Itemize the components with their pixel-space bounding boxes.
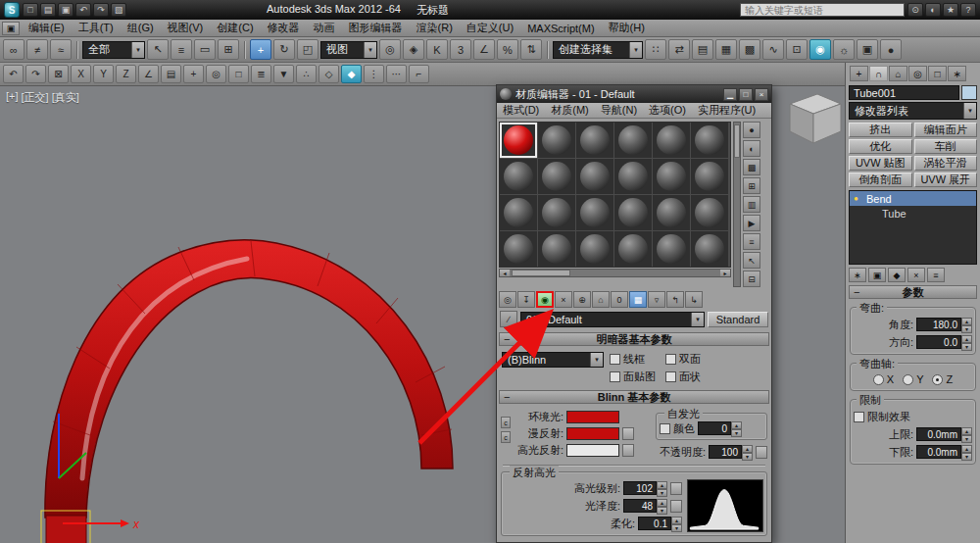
named-selection-sets-dropdown[interactable]: 创建选择集 ▾ — [553, 41, 643, 59]
spinner-arrows[interactable]: ▴▾ — [961, 335, 972, 349]
show-end-result-icon[interactable]: ▿ — [648, 291, 665, 308]
opacity-map-button[interactable] — [756, 446, 767, 459]
parameters-rollout-header[interactable]: − 参数 — [849, 285, 977, 299]
menu-item[interactable]: 帮助(H) — [602, 20, 652, 36]
layer-list-icon[interactable]: ▤ — [161, 65, 181, 83]
tab-create[interactable]: + — [850, 66, 868, 81]
menu-item[interactable]: 模式(D) — [497, 103, 545, 118]
mirror-icon[interactable]: ⇄ — [668, 39, 690, 60]
axis-constraint-z-icon[interactable]: Z — [116, 65, 136, 83]
new-scene-icon[interactable]: □ — [23, 3, 38, 17]
lower-limit-spinner[interactable]: 0.0mm ▴▾ — [916, 445, 972, 459]
material-map-navigator-icon[interactable]: ⊟ — [743, 271, 760, 287]
face-map-checkbox[interactable]: 面贴图 — [610, 370, 656, 384]
two-sided-checkbox[interactable]: 双面 — [665, 352, 711, 367]
snaps-toggle-icon[interactable]: 3 — [450, 39, 471, 60]
material-sample-slot[interactable] — [653, 123, 690, 158]
modifier-button[interactable]: UVW 贴图 — [849, 156, 912, 171]
make-unique-icon[interactable]: ◆ — [888, 268, 906, 282]
specular-level-map-button[interactable] — [670, 482, 682, 495]
material-type-button[interactable]: Standard — [708, 312, 768, 327]
background-icon[interactable]: ▩ — [743, 159, 760, 175]
spinner-snap-icon[interactable]: ⇅ — [520, 39, 542, 60]
angle-spinner[interactable]: 180.0 ▴▾ — [916, 318, 972, 331]
maximize-button[interactable]: □ — [739, 88, 753, 101]
show-shaded-material-in-viewport-icon[interactable]: ▦ — [629, 291, 647, 308]
select-and-manipulate-icon[interactable]: ◈ — [403, 39, 424, 60]
material-sample-slot[interactable] — [691, 159, 728, 194]
reset-map-icon[interactable]: × — [555, 291, 572, 308]
axis-y-radio[interactable]: Y — [903, 373, 923, 385]
configure-modifier-sets-icon[interactable]: ≡ — [927, 268, 945, 282]
chevron-down-icon[interactable]: ▾ — [590, 353, 603, 367]
tube-base[interactable] — [46, 516, 86, 543]
put-to-library-icon[interactable]: ⌂ — [592, 291, 610, 308]
polygon-counter-icon[interactable]: ◇ — [318, 65, 339, 83]
lock-ambient-diffuse-icon[interactable]: c — [501, 417, 511, 428]
angle-snap-icon[interactable]: ∠ — [473, 39, 495, 60]
menu-item[interactable]: 实用程序(U) — [692, 103, 761, 118]
minimize-button[interactable]: ▁ — [723, 88, 737, 101]
material-sample-slot[interactable] — [576, 231, 613, 267]
undo-view-icon[interactable]: ↶ — [3, 65, 24, 83]
spinner-arrows[interactable]: ▴▾ — [961, 445, 972, 459]
open-file-icon[interactable]: ▤ — [40, 3, 56, 17]
material-editor-icon[interactable]: ◉ — [809, 39, 831, 60]
menu-item[interactable]: 编辑(E) — [22, 20, 72, 36]
tab-display[interactable]: □ — [928, 66, 947, 81]
help-icon[interactable]: ? — [960, 3, 976, 17]
rendered-frame-window-icon[interactable]: ▣ — [857, 39, 878, 60]
sample-v-scrollbar[interactable] — [733, 122, 741, 287]
upper-limit-spinner[interactable]: 0.0mm ▴▾ — [916, 427, 972, 441]
axis-constraint-y-icon[interactable]: Y — [93, 65, 114, 83]
limit-effect-checkbox[interactable]: 限制效果 — [854, 410, 910, 424]
sample-type-sphere-icon[interactable]: ● — [743, 122, 760, 138]
faceted-checkbox[interactable]: 面状 — [665, 370, 711, 384]
favorites-icon[interactable]: ★ — [943, 3, 958, 17]
rectangular-selection-region-icon[interactable]: ▭ — [194, 39, 216, 60]
view-cube[interactable] — [790, 94, 841, 143]
shader-type-dropdown[interactable]: (B)Blinn ▾ — [502, 352, 604, 368]
diffuse-map-button[interactable] — [622, 427, 634, 440]
get-material-icon[interactable]: ◎ — [499, 291, 516, 308]
modifier-button[interactable]: 涡轮平滑 — [914, 156, 978, 171]
align-icon[interactable]: ▤ — [692, 39, 713, 60]
scroll-right-icon[interactable]: ▸ — [720, 270, 730, 276]
material-sample-slot[interactable] — [538, 159, 575, 194]
curve-editor-icon[interactable]: ∿ — [762, 39, 784, 60]
select-by-material-icon[interactable]: ↖ — [743, 252, 760, 269]
lock-diffuse-specular-icon[interactable]: c — [501, 431, 511, 443]
search-input[interactable] — [740, 3, 905, 17]
sample-h-scrollbar[interactable]: ◂▸ — [499, 269, 731, 277]
select-and-rotate-icon[interactable]: ↻ — [273, 39, 295, 60]
select-and-link-icon[interactable]: ∞ — [3, 39, 24, 60]
modifier-stack-row[interactable]: Tube — [850, 206, 976, 221]
edit-named-selection-icon[interactable]: ∷ — [645, 39, 666, 60]
undo-icon[interactable]: ↶ — [75, 3, 91, 17]
axis-x-radio[interactable]: X — [873, 373, 894, 385]
make-preview-icon[interactable]: ▶ — [743, 215, 760, 231]
save-file-icon[interactable]: ▣ — [58, 3, 74, 17]
show-end-result-stack-icon[interactable]: ▣ — [868, 268, 886, 282]
opacity-spinner[interactable]: 100 ▴▾ — [709, 445, 753, 459]
menu-item[interactable]: 导航(N) — [595, 103, 643, 118]
self-illum-spinner[interactable]: 0 ▴▾ — [698, 421, 742, 435]
snap-extras-icon[interactable]: ∴ — [296, 65, 317, 83]
menu-item[interactable]: MAXScript(M) — [520, 20, 601, 36]
material-sample-slot[interactable] — [576, 159, 613, 194]
axis-constraint-x-icon[interactable]: X — [71, 65, 91, 83]
use-pivot-center-icon[interactable]: ◎ — [379, 39, 401, 60]
menu-item[interactable]: 动画 — [307, 20, 342, 36]
spinner-arrows[interactable]: ▴▾ — [961, 427, 972, 441]
unlink-selection-icon[interactable]: ≠ — [26, 39, 48, 60]
self-illum-color-checkbox[interactable]: 颜色 — [660, 421, 695, 436]
tab-utilities[interactable]: ∗ — [948, 66, 966, 81]
material-sample-slot[interactable] — [500, 231, 537, 267]
spinner-arrows[interactable]: ▴▾ — [742, 445, 753, 459]
collapse-icon[interactable]: − — [504, 391, 510, 403]
material-sample-slot[interactable] — [614, 231, 652, 267]
menu-item[interactable]: 渲染(R) — [410, 20, 460, 36]
title-bar[interactable]: S □▤▣↶↷▧ Autodesk 3ds Max 2012 -64 无标题 ⊙… — [0, 0, 980, 20]
go-to-parent-icon[interactable]: ↰ — [666, 291, 684, 308]
material-sample-slot[interactable] — [576, 195, 613, 230]
